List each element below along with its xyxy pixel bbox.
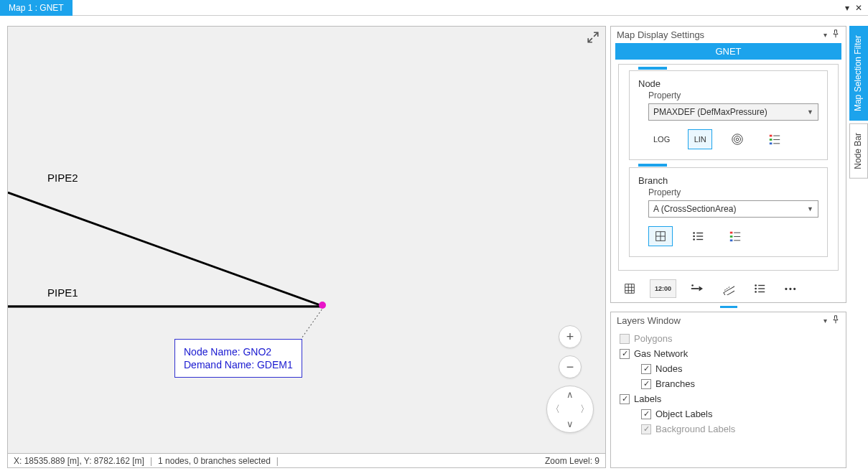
background-labels-checkbox[interactable]: ✓ xyxy=(641,424,651,434)
status-bar: X: 18535.889 [m], Y: 8782.162 [m] | 1 no… xyxy=(7,454,606,468)
layers-menu-icon[interactable]: ▾ xyxy=(823,317,827,325)
gas-network-label: Gas Network xyxy=(634,348,688,359)
contour-button[interactable] xyxy=(725,129,750,149)
grid-icon-button[interactable] xyxy=(618,279,641,298)
svg-rect-23 xyxy=(730,240,733,242)
pan-right-icon[interactable]: 〉 xyxy=(580,403,589,416)
pan-pad[interactable]: ∧ ∨ 〈 〉 xyxy=(546,386,594,433)
svg-point-34 xyxy=(755,284,757,286)
panel-splitter[interactable] xyxy=(720,306,737,308)
pan-left-icon[interactable]: 〈 xyxy=(551,403,560,416)
layers-panel: Layers Window ▾ Polygons ✓ Gas Network xyxy=(610,312,846,468)
zoom-in-button[interactable]: + xyxy=(559,325,582,348)
svg-line-33 xyxy=(729,286,729,288)
branch-property-value: A (CrossSectionArea) xyxy=(653,204,736,214)
layers-pin-icon[interactable] xyxy=(831,315,840,326)
zoom-controls: + − ∧ ∨ 〈 〉 xyxy=(546,325,594,433)
branch-grid-button[interactable] xyxy=(648,226,673,246)
node-property-dropdown[interactable]: PMAXDEF (DefMaxPressure) ▼ xyxy=(648,103,818,121)
pan-up-icon[interactable]: ∧ xyxy=(566,389,574,400)
branch-legend-button[interactable] xyxy=(723,226,747,246)
svg-point-36 xyxy=(755,291,757,293)
svg-point-3 xyxy=(732,134,742,144)
svg-point-29 xyxy=(691,284,694,286)
nodes-label: Nodes xyxy=(655,363,683,374)
node-marker[interactable] xyxy=(319,302,326,309)
branches-label: Branches xyxy=(655,378,695,389)
svg-point-15 xyxy=(693,232,695,234)
svg-point-35 xyxy=(755,288,757,290)
status-sep2: | xyxy=(276,456,279,466)
node-property-label: Property xyxy=(648,90,818,101)
more-button[interactable]: ••• xyxy=(780,279,803,298)
display-bottom-toolbar: 12:00 ••• xyxy=(611,275,846,302)
polygons-checkbox[interactable] xyxy=(620,334,630,344)
branch-list-button[interactable] xyxy=(686,226,710,246)
node-callout: Node Name: GNO2 Demand Name: GDEM1 xyxy=(174,339,302,378)
svg-marker-28 xyxy=(699,286,703,291)
lin-button[interactable]: LIN xyxy=(688,129,712,149)
callout-line2: Demand Name: GDEM1 xyxy=(184,358,293,371)
display-settings-title: Map Display Settings xyxy=(617,29,704,40)
log-button[interactable]: LOG xyxy=(648,129,675,149)
time-button[interactable]: 12:00 xyxy=(650,279,676,298)
chevron-down-icon: ▼ xyxy=(807,205,813,213)
map-canvas[interactable]: PIPE2 PIPE1 Node Name: GNO2 Demand Name:… xyxy=(7,26,606,454)
branches-checkbox[interactable]: ✓ xyxy=(641,379,651,389)
pan-down-icon[interactable]: ∨ xyxy=(566,419,574,429)
close-icon[interactable]: ✕ xyxy=(855,3,862,13)
branch-property-label: Property xyxy=(648,187,818,197)
svg-point-17 xyxy=(693,238,695,241)
node-property-value: PMAXDEF (DefMaxPressure) xyxy=(653,107,767,117)
panel-pin-icon[interactable] xyxy=(831,29,840,40)
object-labels-checkbox[interactable]: ✓ xyxy=(641,409,651,419)
polygons-label: Polygons xyxy=(634,333,672,344)
svg-point-5 xyxy=(736,138,739,141)
background-labels-label: Background Labels xyxy=(655,424,735,434)
expand-icon[interactable] xyxy=(587,31,599,44)
svg-point-4 xyxy=(734,136,741,143)
nodes-checkbox[interactable]: ✓ xyxy=(641,364,651,374)
tab-node-bar[interactable]: Node Bar xyxy=(849,123,868,179)
svg-rect-22 xyxy=(730,236,733,238)
minimize-icon[interactable]: ▾ xyxy=(845,3,849,13)
zoom-out-button[interactable]: − xyxy=(559,355,582,378)
labels-checkbox[interactable]: ✓ xyxy=(620,394,630,404)
svg-line-31 xyxy=(725,289,726,291)
chevron-down-icon: ▼ xyxy=(807,108,813,116)
window-title-tab[interactable]: Map 1 : GNET xyxy=(0,0,73,16)
svg-line-2 xyxy=(300,307,324,340)
branch-property-dropdown[interactable]: A (CrossSectionArea) ▼ xyxy=(648,200,818,218)
object-labels-label: Object Labels xyxy=(655,409,713,419)
svg-line-32 xyxy=(727,288,727,289)
status-sep1: | xyxy=(150,456,152,466)
callout-line1: Node Name: GNO2 xyxy=(184,345,293,358)
gas-network-checkbox[interactable]: ✓ xyxy=(620,349,630,359)
window-title: Map 1 : GNET xyxy=(9,3,64,13)
layers-title: Layers Window xyxy=(617,315,681,326)
labels-label: Labels xyxy=(634,393,661,404)
map-svg xyxy=(8,27,605,454)
svg-rect-6 xyxy=(770,135,773,137)
svg-rect-8 xyxy=(770,143,773,145)
branch-section-title: Branch xyxy=(638,175,818,186)
status-selection: 1 nodes, 0 branches selected xyxy=(158,456,271,466)
list-view-button[interactable] xyxy=(748,279,771,298)
display-settings-panel: Map Display Settings ▾ GNET Node Propert… xyxy=(610,26,846,303)
panel-menu-icon[interactable]: ▾ xyxy=(823,31,827,39)
node-legend-button[interactable] xyxy=(762,129,787,149)
svg-rect-7 xyxy=(770,139,773,141)
pipe1-label: PIPE1 xyxy=(47,286,78,299)
status-zoom: Zoom Level: 9 xyxy=(545,456,599,466)
gnet-band: GNET xyxy=(615,43,841,60)
node-section-title: Node xyxy=(638,78,818,89)
ruler-button[interactable] xyxy=(717,279,739,298)
titlebar: Map 1 : GNET ▾ ✕ xyxy=(0,0,868,16)
pipe2-label: PIPE2 xyxy=(47,172,78,184)
svg-rect-21 xyxy=(730,232,733,234)
arrow-toggle-button[interactable] xyxy=(685,279,708,298)
tab-map-selection-filter[interactable]: Map Selection Filter xyxy=(849,26,868,121)
map-frame: PIPE2 PIPE1 Node Name: GNO2 Demand Name:… xyxy=(0,16,609,471)
node-section: Node Property PMAXDEF (DefMaxPressure) ▼… xyxy=(629,70,828,160)
svg-point-16 xyxy=(693,236,695,238)
